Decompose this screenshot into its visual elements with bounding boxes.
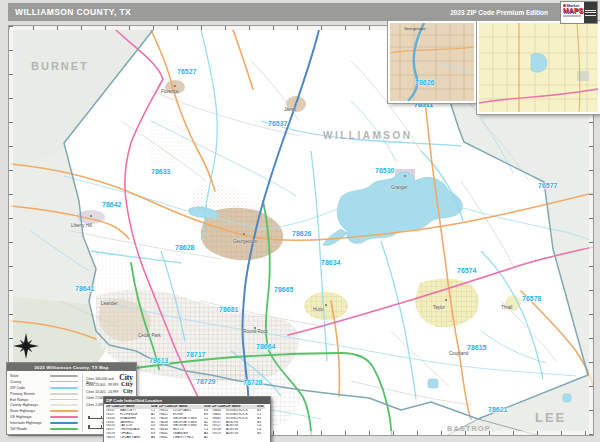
city-label-round-rock: Round Rock (243, 329, 268, 334)
zip-table-cell (257, 436, 265, 440)
zip-label-78729: 78729 (196, 378, 215, 385)
county-label-lee: LEE (535, 410, 566, 425)
zip-table-cell: 78613 (106, 436, 120, 440)
city-label-florence: Florence (161, 89, 179, 94)
city-label-thrall: Thrall (501, 305, 512, 310)
inset-map-georgetown: Georgetown 78626 (388, 21, 476, 103)
county-label-bastrop: BASTROP (447, 424, 491, 433)
legend-line-sample (50, 375, 78, 377)
city-label-leander: Leander (101, 301, 118, 306)
zip-label-76574: 76574 (457, 267, 476, 274)
zip-label-78728: 78728 (243, 379, 262, 386)
title-bar: WILLIAMSON COUNTY, TX 2023 ZIP Code Prem… (8, 3, 592, 21)
legend-line-sample (50, 399, 78, 400)
city-label-jarrell: Jarrell (284, 107, 296, 112)
zip-label-78628: 78628 (175, 244, 194, 251)
logo-contact-block (584, 2, 597, 23)
legend-item-toll-roads: Toll Roads (10, 426, 82, 432)
zip-table-grid: ZIP CodeZIP NameGridZIP CodeZIP NameGrid… (104, 404, 270, 441)
zip-label-78717: 78717 (186, 351, 205, 358)
legend-line-sample (50, 416, 78, 418)
zip-table-cell (212, 436, 226, 440)
legend-line-sample (50, 393, 78, 395)
zip-table-title: ZIP Code Index/Grid Location (104, 397, 270, 404)
legend-city-size-item: Cities 100,000 and AboveCity (86, 373, 133, 380)
publisher-logo: Market MAPS (560, 1, 598, 24)
logo-wordmark: Market MAPS (561, 2, 584, 23)
legend-line-sample (50, 410, 78, 412)
page-title: WILLIAMSON COUNTY, TX (15, 7, 131, 17)
zip-label-78626: 78626 (292, 230, 311, 237)
zip-table-cell (226, 436, 257, 440)
city-label-hutto: Hutto (313, 307, 324, 312)
legend-line-sample (50, 404, 78, 406)
inset-map-detail (477, 21, 600, 114)
legend-line-sample (50, 428, 78, 431)
zip-table-cell: A4 (151, 436, 159, 440)
county-label-williamson: WILLIAMSON (323, 130, 412, 141)
zip-label-76537: 76537 (268, 120, 287, 127)
zip-label-78665: 78665 (274, 286, 293, 293)
inset1-canvas (390, 23, 474, 101)
zip-label-78681: 78681 (219, 306, 238, 313)
city-label-coupland: Coupland (449, 351, 468, 356)
city-label-georgetown: Georgetown (233, 239, 258, 244)
county-label-burnet: BURNET (31, 60, 89, 72)
zip-table-cell: A2 (204, 436, 212, 440)
city-label-granger: Granger (391, 185, 408, 190)
map-sheet: WILLIAMSON COUNTY, TX 2023 ZIP Code Prem… (0, 0, 600, 442)
city-label-taylor: Taylor (433, 305, 445, 310)
inset2-canvas (479, 23, 598, 112)
zip-table-cell: CEDAR PARK (120, 436, 151, 440)
legend-line-items: StateCountyZIP CodePrimary StreetsExit R… (10, 373, 82, 432)
zip-label-78633: 78633 (151, 168, 170, 175)
legend-line-sample (50, 387, 78, 389)
zip-label-76577: 76577 (538, 182, 557, 189)
logo-tagline (563, 15, 581, 17)
city-label-liberty-hill: Liberty Hill (71, 223, 92, 228)
zip-label-78664: 78664 (256, 343, 275, 350)
zip-label-76530: 76530 (375, 167, 394, 174)
inset1-city-label: Georgetown (404, 26, 426, 31)
zip-label-76527: 76527 (177, 68, 196, 75)
legend-city-size-item: Cities 10,000 - 24,999City (86, 388, 133, 395)
zip-index-table: ZIP Code Index/Grid Location ZIP CodeZIP… (103, 396, 271, 442)
zip-label-78634: 78634 (321, 259, 340, 266)
zip-label-76578: 76578 (522, 295, 541, 302)
zip-label-78642: 78642 (102, 201, 121, 208)
legend-line-sample (50, 422, 78, 425)
zip-label-78621: 78621 (488, 406, 507, 413)
zip-label-78613: 78613 (149, 357, 168, 364)
edition-label: 2023 ZIP Code Premium Edition (450, 9, 548, 16)
logo-brand-bottom: MAPS (563, 8, 584, 14)
zip-label-78641: 78641 (75, 285, 94, 292)
city-label-cedar-park: Cedar Park (138, 333, 161, 338)
zip-table-cell: 78642 (159, 436, 173, 440)
inset1-zip-label: 78626 (415, 79, 434, 86)
zip-table-cell: LIBERTY HILL (173, 436, 204, 440)
legend-title: 2023 Williamson County, TX Map (7, 363, 136, 371)
zip-label-78615: 78615 (467, 344, 486, 351)
legend-line-sample (50, 381, 78, 382)
